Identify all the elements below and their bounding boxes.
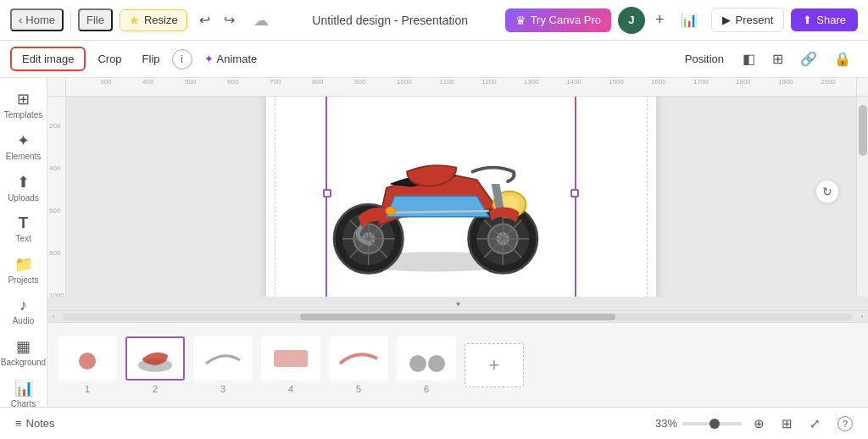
slide-thumbnail-5[interactable]: 5: [329, 336, 388, 394]
flip-label: Flip: [142, 53, 160, 65]
lock-button[interactable]: 🔒: [827, 47, 858, 71]
audio-label: Audio: [13, 316, 35, 325]
plus-icon: +: [655, 11, 665, 28]
file-button[interactable]: File: [78, 8, 113, 31]
undo-button[interactable]: ↩: [194, 8, 215, 31]
position-button[interactable]: Position: [676, 48, 732, 69]
file-label: File: [86, 14, 104, 26]
zoom-slider-thumb[interactable]: [709, 419, 720, 429]
edit-image-button[interactable]: Edit image: [10, 47, 86, 71]
slide-number-3: 3: [220, 384, 225, 394]
info-button[interactable]: i: [172, 49, 192, 69]
add-slide-button[interactable]: +: [465, 343, 524, 387]
try-canva-pro-button[interactable]: ♛ Try Canva Pro: [505, 8, 611, 32]
right-actions-group: ♛ Try Canva Pro J + 📊 ▶ Present ⬆ Share: [505, 7, 858, 34]
share-label: Share: [816, 14, 846, 26]
rotate-handle-side[interactable]: ↻: [815, 180, 839, 203]
sidebar-item-projects[interactable]: 📁 Projects: [3, 250, 44, 290]
svg-rect-28: [401, 340, 452, 377]
bottom-bar: ≡ Notes 33% ⊕ ⊞ ⤢ ?: [0, 407, 868, 439]
projects-label: Projects: [8, 275, 38, 285]
checkerboard-button[interactable]: ⊞: [765, 47, 790, 71]
sidebar: ⊞ Templates ✦ Elements ⬆ Uploads T Text …: [0, 78, 47, 407]
avatar-initials: J: [628, 14, 634, 26]
vertical-scrollbar[interactable]: [856, 97, 868, 297]
link-button[interactable]: 🔗: [793, 47, 824, 71]
horizontal-scrollbar-track[interactable]: [63, 314, 853, 320]
secondary-toolbar: Edit image Crop Flip i ✦ Animate Positio…: [0, 41, 868, 78]
present-button[interactable]: ▶ Present: [711, 8, 784, 32]
templates-label: Templates: [4, 110, 43, 119]
grid-view-button[interactable]: ⊞: [776, 413, 798, 435]
home-button[interactable]: ‹ Home: [10, 8, 64, 31]
sidebar-item-elements[interactable]: ✦ Elements: [3, 126, 44, 166]
notes-button[interactable]: ≡ Notes: [10, 414, 60, 433]
avatar[interactable]: J: [618, 7, 645, 34]
slide-number-2: 2: [153, 384, 158, 394]
resize-button[interactable]: ★ Resize: [120, 9, 187, 31]
cloud-icon: ☁: [253, 12, 269, 29]
motorcycle-image[interactable]: [313, 97, 559, 294]
slide-preview-5: [329, 336, 388, 381]
add-slide-icon: +: [489, 354, 500, 376]
lock-icon: 🔒: [834, 52, 851, 66]
help-icon: ?: [837, 416, 853, 431]
slide-preview-6: [397, 336, 456, 381]
share-button[interactable]: ⬆ Share: [791, 8, 858, 31]
chevron-left-icon: ‹: [19, 14, 22, 26]
edit-image-label: Edit image: [22, 53, 74, 65]
horizontal-scrollbar-thumb[interactable]: [300, 314, 616, 320]
sidebar-item-audio[interactable]: ♪ Audio: [3, 292, 44, 331]
sidebar-item-text[interactable]: T Text: [3, 209, 44, 248]
crop-button[interactable]: Crop: [89, 48, 130, 69]
slide-thumbnail-6[interactable]: 6: [397, 336, 456, 394]
link-icon: 🔗: [800, 52, 817, 66]
scroll-right-button[interactable]: ›: [856, 311, 868, 323]
text-label: Text: [15, 234, 31, 243]
redo-icon: ↪: [224, 13, 235, 27]
info-icon: i: [181, 53, 183, 65]
undo-icon: ↩: [199, 13, 210, 27]
zoom-level-label: 33%: [655, 417, 677, 430]
rotate-side-icon: ↻: [822, 185, 832, 198]
zoom-to-fit-button[interactable]: ⊕: [748, 413, 770, 435]
zoom-slider[interactable]: [682, 422, 742, 425]
slide-preview-4: [261, 336, 320, 381]
animate-label: Animate: [217, 53, 258, 65]
background-label: Background: [1, 358, 46, 367]
transparency-button[interactable]: ◧: [736, 47, 762, 71]
slide-thumbnail-2[interactable]: 2: [125, 336, 185, 394]
sidebar-item-charts[interactable]: 📊 Charts: [3, 374, 44, 407]
slide-thumbnail-4[interactable]: 4: [261, 336, 320, 394]
document-title: Untitled design - Presentation: [282, 14, 498, 27]
analytics-button[interactable]: 📊: [674, 8, 704, 31]
flip-button[interactable]: Flip: [134, 48, 169, 69]
scroll-left-button[interactable]: ‹: [47, 311, 59, 323]
chevron-down-icon: ▾: [456, 299, 460, 308]
expand-button[interactable]: ⤢: [804, 413, 826, 435]
slide-canvas[interactable]: ⧉ 🗑 ··· ↻: [266, 97, 656, 297]
panel-collapse-handle[interactable]: ▾: [47, 297, 868, 310]
main-area: ⊞ Templates ✦ Elements ⬆ Uploads T Text …: [0, 78, 868, 407]
crown-icon: ♛: [515, 14, 526, 27]
help-button[interactable]: ?: [832, 412, 858, 435]
expand-icon: ⤢: [810, 416, 821, 431]
vertical-scrollbar-thumb[interactable]: [859, 105, 867, 156]
sidebar-item-templates[interactable]: ⊞ Templates: [3, 85, 44, 125]
horizontal-scrollbar[interactable]: ‹ ›: [47, 310, 868, 322]
slide-thumbnail-1[interactable]: 1: [58, 336, 117, 394]
ruler-row: 300 400 500 600 700 800 900 1000 1100 12…: [47, 78, 868, 97]
sidebar-item-uploads[interactable]: ⬆ Uploads: [3, 168, 44, 208]
sidebar-item-background[interactable]: ▦ Background: [3, 332, 44, 372]
ruler-corner: [47, 78, 66, 97]
canvas-scroll-area[interactable]: ⧉ 🗑 ··· ↻: [66, 97, 856, 297]
templates-icon: ⊞: [17, 90, 30, 108]
redo-button[interactable]: ↪: [219, 8, 240, 31]
charts-label: Charts: [11, 399, 36, 407]
svg-rect-24: [198, 340, 248, 377]
cloud-save-button[interactable]: ☁: [247, 8, 275, 33]
add-button[interactable]: +: [652, 8, 668, 32]
animate-button[interactable]: ✦ Animate: [196, 48, 266, 69]
slide-preview-2: [125, 336, 185, 381]
slide-thumbnail-3[interactable]: 3: [193, 336, 253, 394]
